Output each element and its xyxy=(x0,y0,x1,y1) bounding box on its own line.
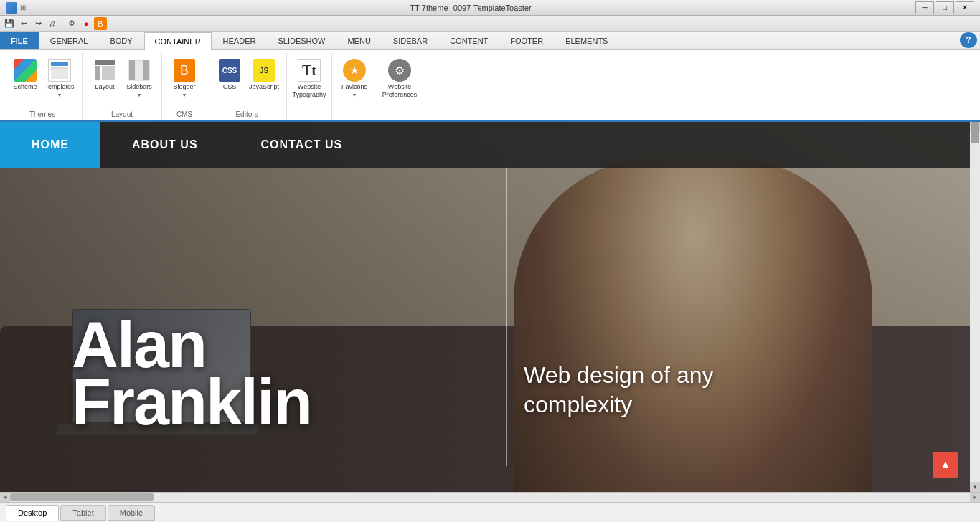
website-preferences-button[interactable]: ⚙ Website Preferences xyxy=(383,56,416,102)
hero-tagline: Web design of any complexity xyxy=(524,361,768,420)
scheme-button[interactable]: Scheme xyxy=(9,56,42,94)
title-bar-left: ⊞ xyxy=(6,2,26,14)
layout-items: Layout Sidebars ▼ xyxy=(88,53,156,109)
settings-button[interactable]: ⚙ xyxy=(65,17,78,30)
ribbon-tabs: FILE GENERAL BODY CONTAINER HEADER SLIDE… xyxy=(0,32,980,50)
svg-rect-2 xyxy=(102,66,115,80)
save-button[interactable]: 💾 xyxy=(3,17,16,30)
sidebars-icon xyxy=(128,59,151,82)
tab-header[interactable]: HEADER xyxy=(212,32,267,49)
vertical-scrollbar[interactable]: ▲ ▼ xyxy=(970,122,980,492)
tab-file[interactable]: FILE xyxy=(0,32,39,49)
title-bar-menu-hint: ⊞ xyxy=(20,4,26,11)
sidebars-label: Sidebars ▼ xyxy=(125,83,154,99)
ribbon-group-cms: B Blogger ▼ CMS xyxy=(162,53,207,120)
webpref-label: Website Preferences xyxy=(382,83,418,99)
h-scrollbar-thumb[interactable] xyxy=(10,493,154,501)
hero-last-name: Franklin xyxy=(72,370,311,435)
sidebars-button[interactable]: Sidebars ▼ xyxy=(123,56,156,102)
tab-content[interactable]: CONTENT xyxy=(439,32,499,49)
svg-rect-4 xyxy=(129,60,135,80)
website-typography-button[interactable]: Tt Website Typography xyxy=(293,56,326,102)
ribbon-group-favicons: ★ Favicons ▼ xyxy=(332,53,377,120)
typography-label: Website Typography xyxy=(292,83,326,99)
tab-body[interactable]: BODY xyxy=(99,32,143,49)
webpref-icon: ⚙ xyxy=(388,59,411,82)
layout-label: Layout xyxy=(95,83,114,91)
site-navigation: HOME ABOUT US CONTACT US xyxy=(0,122,980,168)
tab-mobile[interactable]: Mobile xyxy=(108,505,155,521)
hero-divider xyxy=(506,165,507,466)
device-tabs: Desktop Tablet Mobile xyxy=(0,502,980,522)
maximize-button[interactable]: □ xyxy=(936,1,954,14)
preview-container: HOME ABOUT US CONTACT US Alan Franklin W… xyxy=(0,122,980,492)
ribbon-group-themes: Scheme Templates ▼ Themes xyxy=(3,53,83,120)
app-icon xyxy=(6,2,17,14)
blogger-label: Blogger ▼ xyxy=(170,83,199,99)
typography-items: Tt Website Typography xyxy=(293,53,326,117)
tab-elements[interactable]: ELEMENTS xyxy=(555,32,618,49)
svg-rect-0 xyxy=(95,60,115,65)
tab-slideshow[interactable]: SLIDESHOW xyxy=(267,32,336,49)
quick-access-toolbar: 💾 ↩ ↪ 🖨 ⚙ ● B xyxy=(0,16,980,32)
redo-button[interactable]: ↪ xyxy=(32,17,44,30)
templates-button[interactable]: Templates ▼ xyxy=(43,56,76,102)
scrollbar-thumb[interactable] xyxy=(971,122,979,143)
javascript-icon: JS xyxy=(253,59,275,82)
favicons-items: ★ Favicons ▼ xyxy=(338,53,371,117)
tab-footer[interactable]: FOOTER xyxy=(499,32,554,49)
templates-label: Templates ▼ xyxy=(44,83,74,99)
svg-rect-1 xyxy=(95,66,100,80)
webpref-items: ⚙ Website Preferences xyxy=(383,53,416,117)
toolbar-separator xyxy=(62,19,62,29)
title-bar-controls: ─ □ ✕ xyxy=(915,1,974,14)
scroll-up-button[interactable]: ▲ xyxy=(933,452,958,478)
nav-about[interactable]: ABOUT US xyxy=(100,122,230,168)
nav-home[interactable]: HOME xyxy=(0,122,100,168)
tagline-text: Web design of any complexity xyxy=(524,361,768,420)
themes-items: Scheme Templates ▼ xyxy=(9,53,76,109)
horizontal-scrollbar[interactable]: ◄ ► xyxy=(0,492,980,502)
ribbon-group-webpref: ⚙ Website Preferences xyxy=(377,53,422,120)
window-title: TT-7theme--0097-TemplateToaster xyxy=(26,4,915,12)
blogger-quick-btn[interactable]: B xyxy=(94,17,107,30)
ribbon-content: Scheme Templates ▼ Themes xyxy=(0,50,980,122)
scrollbar-track: ▲ ▼ xyxy=(970,122,980,492)
cms-group-label: CMS xyxy=(176,109,192,120)
favicons-label: Favicons ▼ xyxy=(340,83,369,99)
help-button[interactable]: ? xyxy=(960,32,977,48)
typography-icon: Tt xyxy=(298,59,321,82)
scroll-left-arrow[interactable]: ◄ xyxy=(0,493,10,503)
tab-menu[interactable]: MENU xyxy=(336,32,381,49)
scroll-down-arrow[interactable]: ▼ xyxy=(970,482,980,492)
layout-button[interactable]: Layout xyxy=(88,56,121,94)
scheme-icon xyxy=(14,59,37,82)
scroll-right-arrow[interactable]: ► xyxy=(970,493,980,503)
ribbon-group-typography: Tt Website Typography xyxy=(287,53,332,120)
blogger-button[interactable]: B Blogger ▼ xyxy=(168,56,201,102)
tab-sidebar[interactable]: SIDEBAR xyxy=(382,32,438,49)
tab-tablet[interactable]: Tablet xyxy=(60,505,105,521)
close-button[interactable]: ✕ xyxy=(956,1,974,14)
tab-container[interactable]: CONTAINER xyxy=(144,32,212,50)
css-icon: CSS xyxy=(218,59,241,82)
h-scrollbar-track xyxy=(10,493,970,502)
editors-items: CSS CSS JS JavaScript xyxy=(213,53,281,109)
javascript-button[interactable]: JS JavaScript xyxy=(248,56,281,94)
hero-content: Alan Franklin xyxy=(72,313,311,435)
editors-group-label: Editors xyxy=(235,109,258,120)
minimize-button[interactable]: ─ xyxy=(915,1,934,14)
nav-contact[interactable]: CONTACT US xyxy=(230,122,374,168)
css-button[interactable]: CSS CSS xyxy=(213,56,246,94)
favicons-button[interactable]: ★ Favicons ▼ xyxy=(338,56,371,102)
tab-general[interactable]: GENERAL xyxy=(39,32,99,49)
css-label: CSS xyxy=(223,83,237,91)
print-button[interactable]: 🖨 xyxy=(46,17,59,30)
record-button[interactable]: ● xyxy=(80,17,93,30)
main-area: HOME ABOUT US CONTACT US Alan Franklin W… xyxy=(0,122,980,522)
layout-group-label: Layout xyxy=(111,109,133,120)
undo-button[interactable]: ↩ xyxy=(17,17,30,30)
ribbon-group-layout: Layout Sidebars ▼ Layout xyxy=(83,53,162,120)
scheme-label: Scheme xyxy=(13,83,37,91)
tab-desktop[interactable]: Desktop xyxy=(6,505,59,521)
